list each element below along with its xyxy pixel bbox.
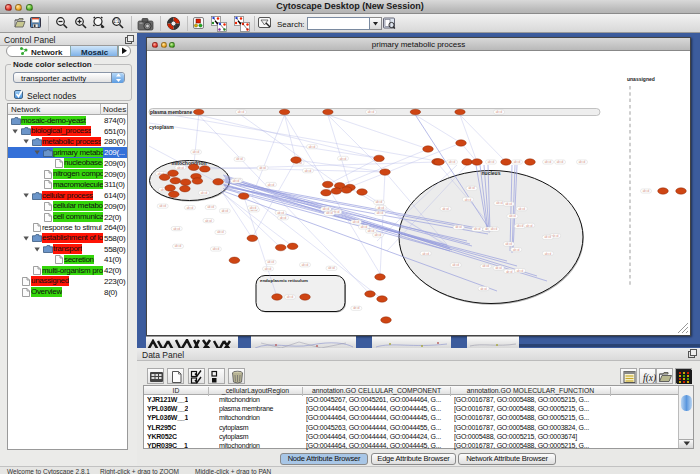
svg-text:1:1: 1:1 (113, 19, 120, 24)
svg-text:ab cd: ab cd (376, 200, 383, 204)
svg-text:ab cd: ab cd (268, 183, 275, 187)
svg-text:ab cd: ab cd (205, 219, 212, 223)
svg-text:ab cd: ab cd (643, 189, 650, 193)
svg-text:ab cd: ab cd (377, 211, 384, 215)
svg-text:ab cd: ab cd (236, 157, 243, 161)
svg-text:ab cd: ab cd (361, 225, 368, 229)
svg-text:ab cd: ab cd (175, 244, 182, 248)
svg-text:ab cd: ab cd (519, 207, 526, 211)
svg-text:ab cd: ab cd (375, 233, 382, 237)
svg-text:ab cd: ab cd (488, 160, 495, 164)
svg-text:ab cd: ab cd (238, 110, 245, 114)
svg-text:ab cd: ab cd (506, 202, 513, 206)
svg-text:ab cd: ab cd (259, 166, 266, 170)
svg-text:ab cd: ab cd (187, 206, 194, 210)
svg-text:ab cd: ab cd (378, 206, 385, 210)
svg-text:ab cd: ab cd (265, 267, 272, 271)
svg-text:ab cd: ab cd (326, 211, 333, 215)
svg-text:ab cd: ab cd (453, 263, 460, 267)
svg-text:ab cd: ab cd (160, 204, 167, 208)
svg-text:ab cd: ab cd (509, 214, 516, 218)
svg-text:ab cd: ab cd (455, 225, 462, 229)
svg-text:ab cd: ab cd (465, 198, 472, 202)
svg-text:ab cd: ab cd (353, 306, 360, 310)
svg-text:ab cd: ab cd (217, 230, 224, 234)
svg-text:nucleus: nucleus (482, 170, 501, 176)
svg-text:ab cd: ab cd (474, 227, 481, 231)
svg-text:mitochondrion: mitochondrion (172, 160, 207, 166)
svg-text:plasma membrane: plasma membrane (150, 110, 192, 115)
svg-text:ab cd: ab cd (495, 266, 502, 270)
svg-text:ab cd: ab cd (517, 224, 524, 228)
svg-text:ab cd: ab cd (353, 220, 360, 224)
svg-text:ab cd: ab cd (423, 252, 430, 256)
svg-text:ab cd: ab cd (193, 150, 200, 154)
svg-text:ab cd: ab cd (368, 229, 375, 233)
svg-text:ab cd: ab cd (222, 209, 229, 213)
svg-text:ab cd: ab cd (250, 206, 257, 210)
svg-text:ab cd: ab cd (557, 160, 564, 164)
svg-text:ab cd: ab cd (526, 224, 533, 228)
svg-text:ab cd: ab cd (506, 270, 513, 274)
svg-text:ab cd: ab cd (268, 260, 275, 264)
svg-text:ab cd: ab cd (208, 205, 215, 209)
svg-text:ab cd: ab cd (514, 160, 521, 164)
svg-text:ab cd: ab cd (328, 266, 335, 270)
svg-text:ab cd: ab cd (302, 263, 309, 267)
svg-text:ab cd: ab cd (496, 201, 503, 205)
svg-text:ab cd: ab cd (201, 191, 208, 195)
svg-text:ab cd: ab cd (579, 160, 586, 164)
svg-text:ab cd: ab cd (483, 264, 490, 268)
svg-text:ab cd: ab cd (174, 227, 181, 231)
svg-text:ab cd: ab cd (442, 207, 449, 211)
svg-text:ab cd: ab cd (517, 269, 524, 273)
svg-text:ab cd: ab cd (213, 247, 220, 251)
svg-text:ab cd: ab cd (545, 252, 552, 256)
svg-text:ab cd: ab cd (233, 179, 240, 183)
svg-text:ab cd: ab cd (305, 169, 312, 173)
svg-text:endoplasmic reticulum: endoplasmic reticulum (260, 278, 308, 283)
svg-text:ab cd: ab cd (287, 295, 294, 299)
svg-text:ab cd: ab cd (340, 157, 347, 161)
svg-text:ab cd: ab cd (545, 235, 552, 239)
svg-text:ab cd: ab cd (513, 248, 520, 252)
svg-text:ab cd: ab cd (496, 110, 503, 114)
svg-text:unassigned: unassigned (627, 76, 655, 82)
svg-text:f(x): f(x) (643, 372, 656, 383)
svg-text:ab cd: ab cd (449, 160, 456, 164)
svg-text:ab cd: ab cd (491, 227, 498, 231)
svg-text:ab cd: ab cd (280, 216, 287, 220)
svg-text:ab cd: ab cd (545, 160, 552, 164)
svg-text:ab cd: ab cd (368, 110, 375, 114)
svg-text:cytoplasm: cytoplasm (149, 124, 174, 130)
svg-text:ab cd: ab cd (323, 207, 330, 211)
svg-text:ab cd: ab cd (468, 186, 475, 190)
svg-text:ab cd: ab cd (506, 242, 513, 246)
svg-text:ab cd: ab cd (177, 166, 184, 170)
svg-text:ab cd: ab cd (309, 145, 316, 149)
svg-text:ab cd: ab cd (480, 287, 487, 291)
svg-text:ab cd: ab cd (278, 211, 285, 215)
